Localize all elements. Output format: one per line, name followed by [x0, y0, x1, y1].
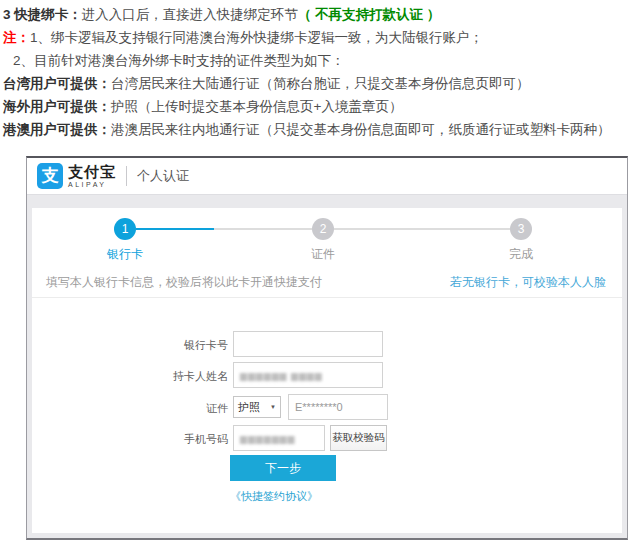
instruction-line-6: 港澳用户可提供：港澳居民来往内地通行证（只提交基本身份信息面即可，纸质通行证或塑… — [3, 118, 633, 141]
brand-name-en: ALIPAY — [68, 181, 116, 188]
chevron-down-icon: ▼ — [270, 397, 276, 417]
section-divider — [32, 297, 622, 298]
cardholder-name-masked-value: ▆▆▆▆▆▆ ▆▆▆▆ — [240, 371, 323, 381]
line6-body: 港澳居民来往内地通行证（只提交基本身份信息面即可，纸质通行证或塑料卡两种） — [111, 122, 611, 137]
id-number-input[interactable]: E********0 — [288, 394, 388, 420]
line2-body: 1、绑卡逻辑及支持银行同港澳台海外快捷绑卡逻辑一致，为大陆银行账户； — [30, 30, 483, 45]
line3-body: 2、目前针对港澳台海外绑卡时支持的证件类型为如下： — [13, 53, 345, 68]
help-page: { "document": { "lines": [ {"prefix":"3 … — [0, 0, 633, 546]
line4-prefix: 台湾用户可提供： — [3, 76, 111, 91]
step-1-bankcard: 1 银行卡 — [85, 218, 165, 263]
line5-prefix: 海外用户可提供： — [3, 99, 111, 114]
cardholder-name-label: 持卡人姓名 — [128, 369, 228, 384]
instruction-line-1: 3 快捷绑卡：进入入口后，直接进入快捷绑定环节（ 不再支持打款认证 ） — [3, 3, 633, 26]
line1-body: 进入入口后，直接进入快捷绑定环节 — [82, 7, 298, 22]
phone-number-label: 手机号码 — [128, 432, 228, 447]
form-subtitle: 填写本人银行卡信息，校验后将以此卡开通快捷支付 — [46, 274, 322, 291]
instruction-line-2: 注：1、绑卡逻辑及支持银行同港澳台海外快捷绑卡逻辑一致，为大陆银行账户； — [3, 26, 633, 49]
step-3-number: 3 — [510, 218, 532, 240]
step-2-number: 2 — [312, 218, 334, 240]
line2-note-prefix: 注： — [3, 30, 30, 45]
subtitle-row: 填写本人银行卡信息，校验后将以此卡开通快捷支付 若无银行卡，可校验本人人脸 — [46, 274, 606, 291]
step-3-label: 完成 — [481, 246, 561, 263]
header-divider — [126, 166, 127, 186]
id-document-label: 证件 — [128, 401, 228, 416]
line5-body: 护照（上传时提交基本身份信息页+入境盖章页） — [111, 99, 402, 114]
instruction-line-5: 海外用户可提供：护照（上传时提交基本身份信息页+入境盖章页） — [3, 95, 633, 118]
get-verification-code-button[interactable]: 获取校验码 — [330, 425, 387, 451]
step-3-complete: 3 完成 — [481, 218, 561, 263]
brand-name-cn: 支付宝 — [68, 164, 116, 179]
page-title: 个人认证 — [137, 167, 189, 185]
line6-prefix: 港澳用户可提供： — [3, 122, 111, 137]
bank-card-number-label: 银行卡号 — [128, 338, 228, 353]
step-2-label: 证件 — [283, 246, 363, 263]
instruction-text-block: 3 快捷绑卡：进入入口后，直接进入快捷绑定环节（ 不再支持打款认证 ） 注：1、… — [3, 3, 633, 141]
step-1-number: 1 — [114, 218, 136, 240]
alipay-logo-icon: 支 — [37, 163, 63, 189]
phone-number-input[interactable]: ▆▆▆▆▆▆▆ — [233, 425, 325, 451]
line4-body: 台湾居民来往大陆通行证（简称台胞证，只提交基本身份信息页即可） — [111, 76, 530, 91]
step-1-label: 银行卡 — [85, 246, 165, 263]
alipay-brand: 支付宝 ALIPAY — [68, 164, 116, 188]
instruction-line-4: 台湾用户可提供：台湾居民来往大陆通行证（简称台胞证，只提交基本身份信息页即可） — [3, 72, 633, 95]
instruction-line-3: 2、目前针对港澳台海外绑卡时支持的证件类型为如下： — [3, 49, 633, 72]
line1-heading: 3 快捷绑卡： — [3, 7, 82, 22]
step-2-certificate: 2 证件 — [283, 218, 363, 263]
bank-card-number-input[interactable] — [233, 331, 383, 357]
alipay-window: 支 支付宝 ALIPAY 个人认证 1 银行卡 2 证件 3 完成 — [26, 156, 628, 540]
alipay-header: 支 支付宝 ALIPAY 个人认证 — [27, 158, 627, 195]
next-step-button[interactable]: 下一步 — [230, 455, 336, 481]
verification-card: 1 银行卡 2 证件 3 完成 填写本人银行卡信息，校验后将以此卡开通快捷支付 … — [32, 208, 622, 533]
id-type-select[interactable]: 护照 ▼ — [233, 396, 281, 418]
quick-sign-agreement-link[interactable]: 《快捷签约协议》 — [230, 489, 318, 504]
line1-green-note: （ 不再支持打款认证 ） — [298, 7, 441, 22]
id-number-value: E********0 — [295, 401, 343, 413]
id-type-selected-value: 护照 — [238, 401, 260, 413]
face-verify-link[interactable]: 若无银行卡，可校验本人人脸 — [450, 274, 606, 291]
alipay-body: 1 银行卡 2 证件 3 完成 填写本人银行卡信息，校验后将以此卡开通快捷支付 … — [27, 195, 627, 538]
phone-number-masked-value: ▆▆▆▆▆▆▆ — [240, 434, 295, 444]
cardholder-name-input[interactable]: ▆▆▆▆▆▆ ▆▆▆▆ — [233, 362, 383, 388]
